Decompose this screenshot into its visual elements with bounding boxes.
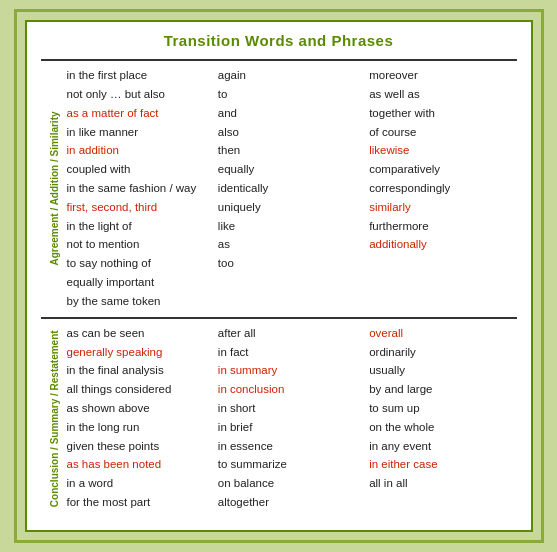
word-item: as can be seen — [67, 325, 210, 343]
word-item: comparatively — [369, 161, 512, 179]
col-0-0: in the first placenot only … but alsoas … — [63, 67, 214, 311]
word-item: on balance — [218, 475, 361, 493]
word-item: usually — [369, 362, 512, 380]
word-item: in either case — [369, 456, 512, 474]
word-item: as a matter of fact — [67, 105, 210, 123]
word-item: in conclusion — [218, 381, 361, 399]
word-item: as has been noted — [67, 456, 210, 474]
word-item: in fact — [218, 344, 361, 362]
section-label-0: Agreement / Addition / Similarity — [41, 67, 63, 311]
word-item: then — [218, 142, 361, 160]
word-item: in the same fashion / way — [67, 180, 210, 198]
inner-box: Transition Words and Phrases Agreement /… — [25, 20, 533, 532]
word-item: to — [218, 86, 361, 104]
word-item: in the first place — [67, 67, 210, 85]
word-item: as shown above — [67, 400, 210, 418]
word-item: identically — [218, 180, 361, 198]
word-item: moreover — [369, 67, 512, 85]
word-item: of course — [369, 124, 512, 142]
word-item: on the whole — [369, 419, 512, 437]
word-item: as — [218, 236, 361, 254]
word-item: all things considered — [67, 381, 210, 399]
col-1-1: after allin factin summaryin conclusioni… — [214, 325, 365, 512]
outer-border: Transition Words and Phrases Agreement /… — [14, 9, 544, 543]
col-0-2: moreoveras well astogether withof course… — [365, 67, 516, 311]
word-item: by and large — [369, 381, 512, 399]
word-item: coupled with — [67, 161, 210, 179]
word-item: together with — [369, 105, 512, 123]
word-item: too — [218, 255, 361, 273]
word-item: furthermore — [369, 218, 512, 236]
word-item: in the final analysis — [67, 362, 210, 380]
word-item: not only … but also — [67, 86, 210, 104]
section-0: Agreement / Addition / Similarityin the … — [41, 59, 517, 317]
word-item: all in all — [369, 475, 512, 493]
word-item: in short — [218, 400, 361, 418]
word-item: like — [218, 218, 361, 236]
word-item: generally speaking — [67, 344, 210, 362]
columns-1: as can be seengenerally speakingin the f… — [63, 325, 517, 512]
word-item: after all — [218, 325, 361, 343]
word-item: given these points — [67, 438, 210, 456]
word-item: as well as — [369, 86, 512, 104]
word-item: for the most part — [67, 494, 210, 512]
word-item: and — [218, 105, 361, 123]
col-0-1: againtoandalsothenequallyidenticallyuniq… — [214, 67, 365, 311]
word-item: additionally — [369, 236, 512, 254]
word-item: in a word — [67, 475, 210, 493]
word-item: to sum up — [369, 400, 512, 418]
word-item: likewise — [369, 142, 512, 160]
word-item: ordinarily — [369, 344, 512, 362]
word-item: equally — [218, 161, 361, 179]
word-item: correspondingly — [369, 180, 512, 198]
word-item: equally important — [67, 274, 210, 292]
word-item: in like manner — [67, 124, 210, 142]
word-item: in the light of — [67, 218, 210, 236]
word-item: in summary — [218, 362, 361, 380]
col-1-0: as can be seengenerally speakingin the f… — [63, 325, 214, 512]
word-item: to say nothing of — [67, 255, 210, 273]
word-item: in the long run — [67, 419, 210, 437]
col-1-2: overallordinarilyusuallyby and largeto s… — [365, 325, 516, 512]
word-item: to summarize — [218, 456, 361, 474]
word-item: not to mention — [67, 236, 210, 254]
word-item: uniquely — [218, 199, 361, 217]
page-title: Transition Words and Phrases — [41, 32, 517, 49]
word-item: overall — [369, 325, 512, 343]
word-item: in brief — [218, 419, 361, 437]
word-item: also — [218, 124, 361, 142]
word-item: first, second, third — [67, 199, 210, 217]
columns-0: in the first placenot only … but alsoas … — [63, 67, 517, 311]
word-item: again — [218, 67, 361, 85]
word-item: in essence — [218, 438, 361, 456]
sections-wrapper: Agreement / Addition / Similarityin the … — [41, 59, 517, 518]
word-item: similarly — [369, 199, 512, 217]
section-label-1: Conclusion / Summary / Restatement — [41, 325, 63, 512]
word-item: in addition — [67, 142, 210, 160]
word-item: by the same token — [67, 293, 210, 311]
section-1: Conclusion / Summary / Restatementas can… — [41, 317, 517, 518]
word-item: altogether — [218, 494, 361, 512]
word-item: in any event — [369, 438, 512, 456]
